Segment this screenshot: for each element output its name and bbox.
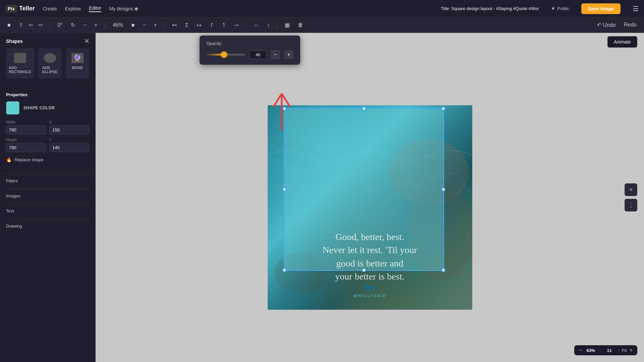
color-swatch[interactable]	[6, 101, 19, 115]
opacity-plus-button[interactable]: +	[284, 50, 293, 59]
opacity-icon[interactable]: ■	[129, 21, 137, 29]
y-input[interactable]	[49, 143, 89, 152]
divider-1	[0, 86, 95, 86]
rectangle-icon	[14, 53, 26, 63]
opacity-thumb[interactable]	[221, 52, 227, 58]
shapes-title: Shapes	[6, 39, 23, 44]
drawing-section[interactable]: Drawing	[6, 220, 89, 232]
sep-5	[277, 21, 277, 29]
properties-title: Properties	[6, 92, 89, 97]
align-right-icon[interactable]: ↦	[195, 20, 203, 29]
zoom-in-button[interactable]: +	[630, 347, 633, 353]
canvas-wrapper: Good, better, best. Never let it rest. '…	[268, 105, 472, 310]
quote-line2: Never let it rest. 'Til your	[322, 245, 417, 255]
hamburger-icon[interactable]: ☰	[633, 5, 639, 13]
handle-mr[interactable]	[442, 188, 445, 191]
fit-button[interactable]: Fit	[622, 348, 627, 353]
nav-my-designs[interactable]: My designs ♚	[109, 6, 139, 11]
quote-text: Good, better, best. Never let it rest. '…	[289, 230, 450, 283]
handle-bl[interactable]	[283, 268, 286, 272]
quote-handle: @WILLYSAID	[353, 294, 386, 298]
align-left-icon[interactable]: ↤	[170, 20, 178, 29]
replace-shape-row[interactable]: 🔥 Replace shape	[6, 157, 89, 162]
linkedin-icon: in	[353, 282, 386, 293]
properties-section: Properties SHAPE COLOR Width X Height	[0, 87, 95, 172]
handle-tm[interactable]	[362, 107, 366, 110]
flip-v-icon[interactable]: ↕	[265, 21, 272, 29]
width-input[interactable]	[6, 125, 46, 134]
toolbar: ■ ⇧ ⇦ ⇨ 0° ↻ − + 46% ■ − + ↤ ↥ ↦ ↾ ↿ ⇀ ↔…	[0, 17, 644, 33]
flip-h-icon[interactable]: ↔	[252, 21, 261, 29]
nav-title: Title: Square design layout - #Saying #Q…	[441, 6, 539, 11]
layer-icon[interactable]: ■	[5, 21, 13, 29]
move-right-icon[interactable]: ⇨	[36, 20, 45, 29]
add-rect-label: ADDRECTANGLE	[9, 66, 32, 74]
more-options-button[interactable]: ⋮	[625, 199, 637, 212]
handle-tr[interactable]	[442, 107, 445, 110]
y-field: Y	[49, 138, 89, 152]
x-field: X	[49, 120, 89, 134]
logo-text: Teller	[19, 5, 35, 12]
close-icon[interactable]: ✕	[84, 38, 89, 45]
opacity-value[interactable]: 46%	[111, 21, 125, 29]
add-rectangle-card[interactable]: ADDRECTANGLE	[6, 48, 34, 78]
minus-icon[interactable]: −	[81, 21, 88, 29]
logo-box: Pix	[5, 5, 17, 13]
zoom-sep: |	[599, 348, 600, 353]
opacity-minus-button[interactable]: −	[271, 50, 280, 59]
arrow-shape[interactable]	[272, 87, 309, 130]
opacity-value-input[interactable]	[249, 51, 267, 59]
add-ellipse-card[interactable]: ADDELLIPSE	[38, 48, 62, 78]
delete-icon[interactable]: 🗑	[296, 21, 305, 29]
opacity-minus[interactable]: −	[141, 21, 148, 29]
add-ellipse-label: ADDELLIPSE	[42, 66, 58, 74]
redo-button[interactable]: Redo	[622, 20, 639, 29]
align-center-icon[interactable]: ↥	[182, 20, 191, 29]
divider-4	[6, 203, 89, 203]
visibility-label: Public	[557, 6, 569, 11]
align-bottom-icon[interactable]: ⇀	[232, 20, 240, 29]
images-section[interactable]: Images	[6, 190, 89, 202]
move-left-icon[interactable]: ⇦	[26, 20, 35, 29]
add-element-button[interactable]: +	[625, 183, 637, 196]
canvas-design[interactable]: Good, better, best. Never let it rest. '…	[268, 105, 472, 310]
rotation-value[interactable]: 0°	[56, 21, 65, 29]
animate-button[interactable]: Animate	[607, 36, 637, 48]
opacity-plus[interactable]: +	[152, 21, 159, 29]
zoom-count: 11	[603, 348, 615, 353]
save-button[interactable]: Save image	[581, 3, 621, 14]
y-label: Y	[49, 138, 89, 142]
nav-title-value[interactable]: Square design layout - #Saying #Quote #W…	[451, 6, 539, 11]
opacity-popup-label: Opacity:	[206, 41, 293, 46]
text-section[interactable]: Text	[6, 205, 89, 217]
opacity-slider[interactable]	[206, 54, 245, 56]
canvas-area[interactable]: Opacity: − +	[96, 33, 644, 362]
align-middle-icon[interactable]: ↿	[220, 20, 228, 29]
undo-button[interactable]: ↶ Undo	[595, 20, 618, 29]
height-label: Height	[6, 138, 46, 142]
plus-icon[interactable]: +	[92, 21, 99, 29]
more-shapes-card[interactable]: 🔮 MORE	[66, 48, 89, 78]
logo[interactable]: Pix Teller	[5, 5, 35, 13]
move-tools: ⇧ ⇦ ⇨	[17, 20, 45, 29]
opacity-control: − +	[206, 50, 293, 59]
handle-ml[interactable]	[283, 188, 286, 191]
nav-editor[interactable]: Editor	[89, 5, 101, 12]
nav-title-prefix: Title:	[441, 6, 450, 11]
shape-color-row: SHAPE COLOR	[6, 101, 89, 115]
width-label: Width	[6, 120, 46, 124]
filters-section[interactable]: Filters	[6, 175, 89, 187]
quote-line4: your better is best.	[335, 271, 405, 282]
zoom-out-button[interactable]: −	[579, 347, 582, 353]
align-top-icon[interactable]: ↾	[207, 20, 216, 29]
x-input[interactable]	[49, 125, 89, 134]
divider-5	[6, 218, 89, 219]
move-up-icon[interactable]: ⇧	[17, 20, 25, 29]
x-label: X	[49, 120, 89, 124]
nav-explore[interactable]: Explore	[65, 6, 81, 11]
rotate-icon[interactable]: ↻	[69, 20, 77, 29]
nav-create[interactable]: Create	[43, 6, 57, 11]
duplicate-icon[interactable]: ▦	[283, 20, 292, 29]
nav-visibility[interactable]: ▼ Public	[551, 6, 569, 11]
height-input[interactable]	[6, 143, 46, 152]
